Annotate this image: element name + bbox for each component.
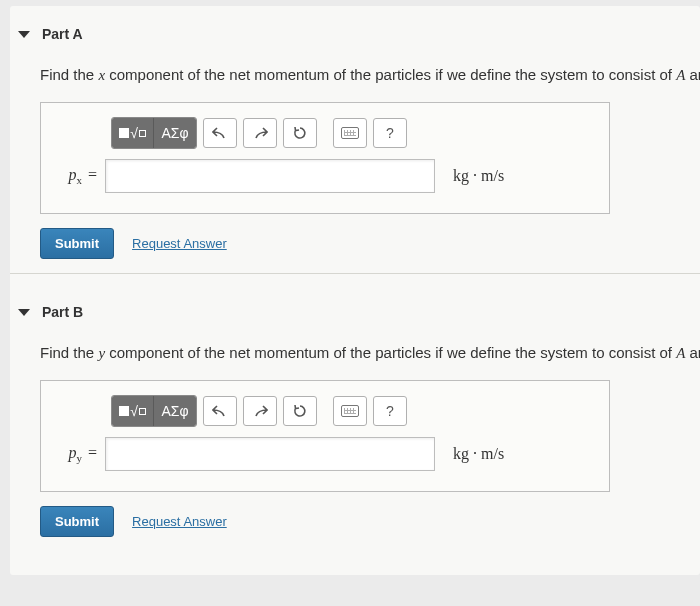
part-a-header[interactable]: Part A — [10, 18, 700, 50]
request-answer-link[interactable]: Request Answer — [132, 236, 227, 251]
equals-sign: = — [88, 166, 97, 183]
greek-icon: ΑΣφ — [161, 125, 188, 141]
unit-label: kg · m/s — [453, 167, 504, 185]
part-a-title: Part A — [42, 26, 83, 42]
var-subscript: x — [76, 174, 82, 186]
help-icon: ? — [386, 125, 394, 141]
reset-icon — [292, 125, 308, 141]
equation-toolbar: √ ΑΣφ — [111, 395, 593, 427]
page: Part A Find the x component of the net m… — [10, 6, 700, 575]
reset-button[interactable] — [283, 118, 317, 148]
submit-button[interactable]: Submit — [40, 506, 114, 537]
answer-input-b[interactable] — [105, 437, 435, 471]
equation-row-b: py = kg · m/s — [57, 437, 593, 471]
equation-toolbar: √ ΑΣφ — [111, 117, 593, 149]
actions-row-a: Submit Request Answer — [40, 228, 690, 259]
prompt-text: Find the — [40, 344, 98, 361]
prompt-text: and — [685, 66, 700, 83]
part-b-body: Find the y component of the net momentum… — [10, 328, 700, 545]
part-b: Part B Find the y component of the net m… — [10, 284, 700, 555]
greek-button[interactable]: ΑΣφ — [154, 118, 196, 148]
toolbar-template-group: √ ΑΣφ — [111, 117, 197, 149]
keyboard-icon — [341, 127, 359, 139]
keyboard-button[interactable] — [333, 118, 367, 148]
help-button[interactable]: ? — [373, 118, 407, 148]
part-a-body: Find the x component of the net momentum… — [10, 50, 700, 267]
templates-button[interactable]: √ — [112, 396, 154, 426]
part-a-prompt: Find the x component of the net momentum… — [40, 66, 690, 84]
keyboard-icon — [341, 405, 359, 417]
var-subscript: y — [76, 452, 82, 464]
toolbar-template-group: √ ΑΣφ — [111, 395, 197, 427]
greek-icon: ΑΣφ — [161, 403, 188, 419]
undo-button[interactable] — [203, 396, 237, 426]
undo-icon — [212, 404, 228, 418]
part-divider — [10, 273, 700, 274]
prompt-text: and — [685, 344, 700, 361]
templates-button[interactable]: √ — [112, 118, 154, 148]
prompt-text: component of the net momentum of the par… — [105, 344, 676, 361]
request-answer-link[interactable]: Request Answer — [132, 514, 227, 529]
redo-button[interactable] — [243, 118, 277, 148]
equation-row-a: px = kg · m/s — [57, 159, 593, 193]
redo-button[interactable] — [243, 396, 277, 426]
part-a: Part A Find the x component of the net m… — [10, 6, 700, 284]
variable-label: px = — [57, 166, 97, 186]
part-b-title: Part B — [42, 304, 83, 320]
prompt-sys: A — [676, 345, 685, 361]
collapse-caret-icon — [18, 31, 30, 38]
greek-button[interactable]: ΑΣφ — [154, 396, 196, 426]
help-button[interactable]: ? — [373, 396, 407, 426]
answer-box-a: √ ΑΣφ — [40, 102, 610, 214]
redo-icon — [252, 404, 268, 418]
answer-box-b: √ ΑΣφ — [40, 380, 610, 492]
reset-button[interactable] — [283, 396, 317, 426]
prompt-text: component of the net momentum of the par… — [105, 66, 676, 83]
help-icon: ? — [386, 403, 394, 419]
prompt-sys: A — [676, 67, 685, 83]
redo-icon — [252, 126, 268, 140]
keyboard-button[interactable] — [333, 396, 367, 426]
part-b-prompt: Find the y component of the net momentum… — [40, 344, 690, 362]
submit-button[interactable]: Submit — [40, 228, 114, 259]
prompt-text: Find the — [40, 66, 98, 83]
unit-label: kg · m/s — [453, 445, 504, 463]
undo-icon — [212, 126, 228, 140]
reset-icon — [292, 403, 308, 419]
actions-row-b: Submit Request Answer — [40, 506, 690, 537]
equals-sign: = — [88, 444, 97, 461]
part-b-header[interactable]: Part B — [10, 296, 700, 328]
undo-button[interactable] — [203, 118, 237, 148]
variable-label: py = — [57, 444, 97, 464]
template-icon: √ — [119, 125, 146, 141]
answer-input-a[interactable] — [105, 159, 435, 193]
collapse-caret-icon — [18, 309, 30, 316]
template-icon: √ — [119, 403, 146, 419]
